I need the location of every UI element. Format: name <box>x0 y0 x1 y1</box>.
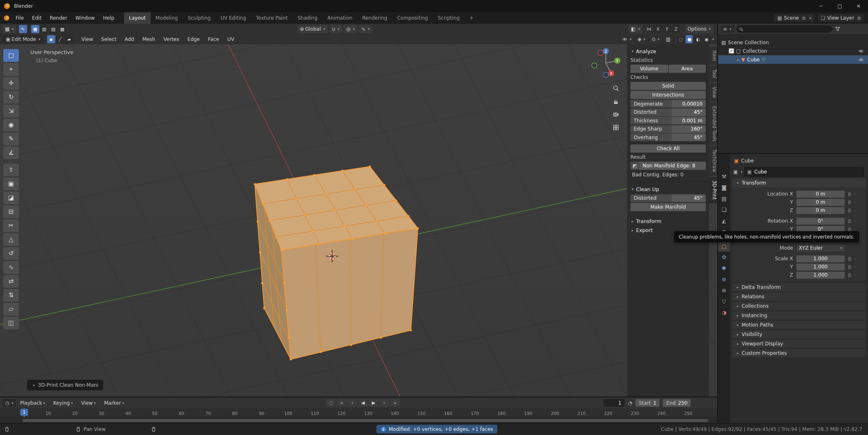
viewport-menu-view[interactable]: View <box>77 34 97 44</box>
animate-dot[interactable]: ◦ <box>854 273 857 277</box>
workspace-tab-shading[interactable]: Shading <box>292 12 322 24</box>
breadcrumb-object-name[interactable]: Cube <box>741 158 754 164</box>
prev-keyframe-button[interactable]: ‹ <box>347 399 357 407</box>
tool-scale[interactable]: ⇲ <box>3 105 19 117</box>
non-manifold-result-button[interactable]: ◩ Non Manifold Edge: 8 <box>630 162 706 170</box>
transform-value-field[interactable]: 0 m <box>796 199 845 206</box>
viewport-menu-uv[interactable]: UV <box>223 34 238 44</box>
animate-dot[interactable]: ◦ <box>854 192 857 196</box>
check-value-field[interactable]: 45° <box>672 108 706 116</box>
workspace-tab-animation[interactable]: Animation <box>322 12 357 24</box>
mirror-x-toggle[interactable]: X <box>654 25 662 33</box>
sidebar-tab-item[interactable]: Item <box>709 47 717 65</box>
select-mode-vertex-button[interactable]: ▪ <box>47 35 55 43</box>
transform-value-field[interactable]: 0 m <box>796 191 845 198</box>
disclosure-icon[interactable]: ▸ <box>737 58 739 62</box>
camera-view-button[interactable] <box>611 109 621 119</box>
tool-smooth[interactable]: ∿ <box>3 261 19 274</box>
shading-solid-button[interactable]: ● <box>686 35 693 43</box>
operator-panel[interactable]: ▸ 3D-Print Clean Non-Mani <box>27 380 103 390</box>
analyze-section-header[interactable]: ▾ Analyze <box>630 47 706 56</box>
lock-icon[interactable] <box>847 219 852 223</box>
section-instancing[interactable]: ▸Instancing <box>732 311 866 320</box>
area-button[interactable]: Area <box>669 65 706 73</box>
transform-value-field[interactable]: 0 m <box>796 207 845 214</box>
navigation-gizmo[interactable]: Z Y X <box>589 46 623 80</box>
shading-material-button[interactable]: ◐ <box>694 35 701 43</box>
cube-mesh[interactable] <box>254 165 419 360</box>
transform-value-field[interactable]: 1.000 <box>796 272 845 279</box>
properties-tab-modifiers[interactable]: ⚙ <box>718 252 730 263</box>
menu-help[interactable]: Help <box>99 12 118 24</box>
object-name-field[interactable]: ▣ Cube <box>744 167 864 177</box>
chevron-down-icon[interactable]: ▾ <box>712 37 714 41</box>
section-viewport-display[interactable]: ▸Viewport Display <box>732 340 866 348</box>
check-row-overhang[interactable]: Overhang45° <box>630 133 706 141</box>
timeline-menu-marker[interactable]: Marker▾ <box>100 397 128 408</box>
lock-icon[interactable] <box>847 273 852 277</box>
distorted-value-field[interactable]: 45° <box>672 194 706 202</box>
workspace-tab-sculpting[interactable]: Sculpting <box>183 12 215 24</box>
active-tool-icon[interactable]: ↖ <box>19 25 27 33</box>
horizontal-scrollbar[interactable] <box>23 419 708 422</box>
close-button[interactable]: ✕ <box>849 0 868 12</box>
workspace-add-button[interactable]: + <box>465 12 478 24</box>
show-overlays-icon[interactable]: ⊙ <box>652 36 656 42</box>
menu-edit[interactable]: Edit <box>28 12 45 24</box>
select-mode-face-button[interactable]: ▰ <box>65 35 73 43</box>
scene-selector[interactable]: ▦ Scene ⧉ ✕ <box>774 14 815 23</box>
viewport-menu-vertex[interactable]: Vertex <box>159 34 184 44</box>
tool-shrink-fatten[interactable]: ⇅ <box>3 289 19 302</box>
tool-rip-region[interactable]: ◫ <box>3 317 19 329</box>
chevron-down-icon[interactable]: ▾ <box>741 170 743 174</box>
lock-icon[interactable] <box>847 200 852 205</box>
viewport-menu-select[interactable]: Select <box>97 34 120 44</box>
jump-to-end-button[interactable]: » <box>390 399 400 407</box>
animate-dot[interactable]: ◦ <box>854 200 857 205</box>
menu-window[interactable]: Window <box>71 12 99 24</box>
preview-range-icon[interactable]: ◔ <box>628 400 632 406</box>
properties-tab-output[interactable]: ▤ <box>718 193 730 204</box>
timeline-menu-view[interactable]: View▾ <box>77 397 100 408</box>
visibility-eye-icon[interactable] <box>622 36 628 42</box>
3d-viewport[interactable]: User Perspective (1) Cube ▢⌖✛↻⇲◉✎∡⇧▣◪⊟✂△… <box>0 44 717 397</box>
intersections-check-button[interactable]: Intersections <box>630 91 706 99</box>
jump-to-start-button[interactable]: « <box>337 399 347 407</box>
section-delta-transform[interactable]: ▸Delta Transform <box>732 283 866 291</box>
sidebar-tab-techdraw[interactable]: TechDraw <box>709 146 717 176</box>
properties-tab-data[interactable]: ▽ <box>718 296 730 307</box>
cleanup-section-header[interactable]: ▾ Clean Up <box>630 185 706 194</box>
play-reverse-button[interactable]: ◀ <box>358 399 368 407</box>
tool-knife[interactable]: ✂ <box>3 219 19 232</box>
shading-wireframe-button[interactable]: ◌ <box>677 35 684 43</box>
start-frame-field[interactable]: Start 1 <box>635 399 659 407</box>
scene-close-icon[interactable]: ✕ <box>809 16 812 20</box>
properties-tab-particles[interactable]: ✱ <box>718 263 730 274</box>
search-input[interactable] <box>737 25 832 33</box>
properties-tab-tool[interactable]: ⚒ <box>718 171 730 182</box>
zoom-view-button[interactable] <box>611 83 621 93</box>
tool-shear[interactable]: ▱ <box>3 303 19 316</box>
tool-poly-build[interactable]: △ <box>3 233 19 246</box>
snap-toggle[interactable]: ∪ ▾ <box>329 25 342 33</box>
timeline-menu-playback[interactable]: Playback▾ <box>16 397 49 408</box>
minimize-button[interactable]: ─ <box>811 0 830 12</box>
toggle-ortho-button[interactable] <box>611 122 621 132</box>
make-manifold-button[interactable]: Make Manifold <box>630 203 706 211</box>
properties-tab-constraints[interactable]: ⊛ <box>718 285 730 296</box>
lock-icon[interactable] <box>847 256 852 261</box>
check-row-degenerate[interactable]: Degenerate0.00010 <box>630 100 706 108</box>
timeline-ruler[interactable]: 1020304050607080901001101201301401501601… <box>0 408 717 417</box>
check-all-button[interactable]: Check All <box>630 144 706 153</box>
transform-panel-header[interactable]: ▾ Transform <box>732 178 866 187</box>
check-row-thickness[interactable]: Thickness0.001 m <box>630 117 706 124</box>
visibility-eye-icon[interactable] <box>858 48 864 54</box>
menu-file[interactable]: File <box>11 12 28 24</box>
auto-keying-button[interactable]: ◌ <box>326 399 336 407</box>
lock-icon[interactable] <box>847 208 852 213</box>
editor-type-button[interactable]: ◷ ▾ <box>2 399 16 407</box>
chevron-down-icon[interactable]: ▾ <box>658 37 660 41</box>
play-button[interactable]: ▶ <box>369 399 378 407</box>
id-block-icon[interactable]: ▣ <box>733 169 738 175</box>
sidebar-tab-view[interactable]: View <box>709 83 717 101</box>
